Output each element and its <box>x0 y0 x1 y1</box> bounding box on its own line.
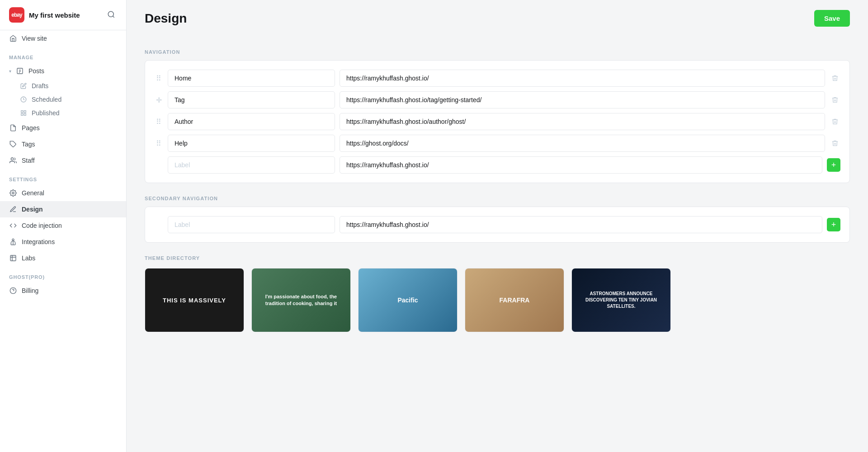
code-injection-label: Code injection <box>22 222 62 229</box>
top-bar: Design Save <box>127 0 868 37</box>
svg-rect-9 <box>21 113 23 115</box>
nav-url-new[interactable] <box>340 156 822 174</box>
nav-url-tag[interactable] <box>340 91 825 108</box>
secondary-nav-label-new[interactable] <box>168 216 335 233</box>
sidebar-item-pages[interactable]: Pages <box>0 120 126 136</box>
add-nav-button[interactable]: + <box>827 158 840 172</box>
sidebar-brand: ebay My first website <box>9 7 80 23</box>
save-button[interactable]: Save <box>814 10 850 27</box>
nav-label-help[interactable] <box>168 135 335 152</box>
theme-preview-astronaut: ASTRONOMERS ANNOUNCE DISCOVERING TEN TIN… <box>572 268 670 332</box>
nav-url-author[interactable] <box>340 113 825 130</box>
delete-tag-button[interactable] <box>830 94 840 105</box>
trash-icon <box>831 96 839 104</box>
nav-row-tag: ✛ <box>154 91 840 108</box>
nav-url-help[interactable] <box>340 135 825 152</box>
secondary-nav-url-new[interactable] <box>340 216 822 233</box>
sidebar-header: ebay My first website <box>0 0 126 30</box>
theme-directory-section-label: THEME DIRECTORY <box>145 255 850 261</box>
add-secondary-nav-button[interactable]: + <box>827 218 840 231</box>
sidebar-item-design[interactable]: Design <box>0 201 126 217</box>
sidebar-sub-item-drafts[interactable]: Drafts <box>0 79 126 93</box>
general-label: General <box>22 189 44 197</box>
secondary-navigation-section-label: SECONDARY NAVIGATION <box>145 196 850 201</box>
trash-icon <box>831 75 839 82</box>
pencil-icon <box>20 82 27 89</box>
grid-icon <box>20 109 27 117</box>
trash-icon <box>831 118 839 125</box>
delete-help-button[interactable] <box>830 138 840 149</box>
search-icon <box>107 10 115 19</box>
svg-point-14 <box>12 239 14 240</box>
sidebar-item-code-injection[interactable]: Code injection <box>0 217 126 234</box>
theme-preview-pacific: Pacific <box>359 268 457 332</box>
drafts-label: Drafts <box>32 82 48 89</box>
billing-label: Billing <box>22 287 38 294</box>
sidebar-sub-item-published[interactable]: Published <box>0 106 126 120</box>
svg-rect-8 <box>24 111 26 113</box>
nav-label-tag[interactable] <box>168 91 335 108</box>
nav-url-home[interactable] <box>340 70 825 87</box>
sidebar-item-billing[interactable]: Billing <box>0 282 126 299</box>
design-icon <box>9 205 17 213</box>
navigation-card: ⠿ ✛ ⠿ <box>145 60 850 183</box>
design-label: Design <box>22 206 43 213</box>
manage-label: MANAGE <box>0 47 126 63</box>
ghost-pro-label: GHOST(PRO) <box>0 266 126 282</box>
navigation-section-label: NAVIGATION <box>145 49 850 55</box>
trash-icon <box>831 140 839 147</box>
sidebar-sub-item-scheduled[interactable]: Scheduled <box>0 93 126 106</box>
nav-label-author[interactable] <box>168 113 335 130</box>
chevron-down-icon: ▾ <box>9 69 11 74</box>
theme-card-pacific[interactable]: Pacific <box>358 268 458 332</box>
drag-handle-help[interactable]: ⠿ <box>154 139 163 148</box>
sidebar-item-integrations[interactable]: Integrations <box>0 234 126 250</box>
nav-row-help: ⠿ <box>154 135 840 152</box>
secondary-navigation-card: ⠿ + <box>145 207 850 243</box>
sidebar-item-tags[interactable]: Tags <box>0 136 126 152</box>
clock-icon <box>20 96 27 103</box>
content-area: NAVIGATION ⠿ ✛ ⠿ <box>127 49 868 352</box>
nav-label-new[interactable] <box>168 156 335 174</box>
svg-line-1 <box>113 16 114 17</box>
sidebar-item-view-site[interactable]: View site <box>0 30 126 47</box>
scheduled-label: Scheduled <box>32 96 61 103</box>
nav-label-home[interactable] <box>168 70 335 87</box>
pages-icon <box>9 124 17 132</box>
svg-rect-10 <box>24 113 26 115</box>
posts-icon <box>16 67 24 75</box>
main-content: Design Save NAVIGATION ⠿ ✛ <box>127 0 868 452</box>
ebay-logo: ebay <box>9 7 24 23</box>
delete-author-button[interactable] <box>830 116 840 127</box>
delete-home-button[interactable] <box>830 73 840 84</box>
sidebar-item-staff[interactable]: Staff <box>0 152 126 169</box>
code-icon <box>9 221 17 230</box>
svg-rect-7 <box>21 111 23 113</box>
published-label: Published <box>32 109 60 117</box>
sidebar: ebay My first website View site MANAGE ▾… <box>0 0 127 452</box>
drag-handle-author[interactable]: ⠿ <box>154 118 163 126</box>
svg-point-13 <box>12 192 14 194</box>
sidebar-item-labs[interactable]: Labs <box>0 250 126 266</box>
theme-card-farafra[interactable]: FARAFRA <box>465 268 564 332</box>
home-icon <box>9 34 17 42</box>
integrations-label: Integrations <box>22 238 55 245</box>
theme-card-massively[interactable]: THIS IS MASSIVELY <box>145 268 244 332</box>
sidebar-item-general[interactable]: General <box>0 185 126 201</box>
integrations-icon <box>9 238 17 246</box>
theme-card-nutritious[interactable]: I'm passionate about food, the tradition… <box>251 268 351 332</box>
theme-card-astronaut[interactable]: ASTRONOMERS ANNOUNCE DISCOVERING TEN TIN… <box>571 268 671 332</box>
theme-preview-massively: THIS IS MASSIVELY <box>145 268 244 332</box>
drag-handle-tag[interactable]: ✛ <box>154 96 163 104</box>
billing-icon <box>9 287 17 295</box>
settings-label: SETTINGS <box>0 169 126 185</box>
secondary-nav-row-new: ⠿ + <box>154 216 840 233</box>
search-button[interactable] <box>105 9 117 22</box>
tag-icon <box>9 140 17 148</box>
drag-handle[interactable]: ⠿ <box>154 74 163 83</box>
labs-icon <box>9 254 17 262</box>
page-title: Design <box>145 11 187 26</box>
svg-point-0 <box>108 11 113 17</box>
sidebar-item-posts[interactable]: ▾ Posts <box>0 63 126 79</box>
theme-preview-farafra: FARAFRA <box>465 268 564 332</box>
